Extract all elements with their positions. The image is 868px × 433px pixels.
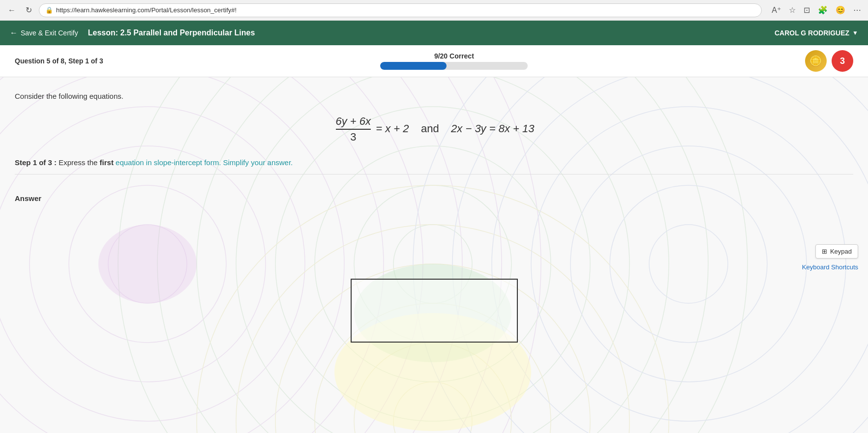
more-icon[interactable]: ⋯ <box>851 3 863 17</box>
consider-text: Consider the following equations. <box>15 92 853 100</box>
equation-display: 6y + 6x 3 = x + 2 and 2x − 3y = 8x + 13 <box>15 115 853 144</box>
fraction-denominator: 3 <box>350 130 356 144</box>
url-bar: 🔒 https://learn.hawkeslearning.com/Porta… <box>39 3 762 17</box>
question-info: Question 5 of 8, Step 1 of 3 <box>15 57 103 65</box>
keyboard-shortcuts-button[interactable]: Keyboard Shortcuts <box>802 261 858 273</box>
question-info-text: Question 5 of 8, Step 1 of 3 <box>15 57 103 65</box>
keypad-icon: ⊞ <box>822 248 827 255</box>
browser-bar: ← ↻ 🔒 https://learn.hawkeslearning.com/P… <box>0 0 868 21</box>
progress-area: Question 5 of 8, Step 1 of 3 9/20 Correc… <box>0 45 868 77</box>
progress-icons: 🪙 3 <box>805 50 853 72</box>
star-icon[interactable]: ☆ <box>787 3 798 17</box>
save-exit-button[interactable]: Save & Exit Certify <box>10 29 78 37</box>
answer-input-box[interactable] <box>351 279 518 343</box>
dropdown-arrow-icon[interactable]: ▼ <box>852 29 858 36</box>
content-overlay: Consider the following equations. 6y + 6… <box>0 77 868 227</box>
progress-bar-fill <box>380 62 447 70</box>
score-text: 9/20 Correct <box>434 52 474 60</box>
progress-bar-container <box>380 62 528 70</box>
step-instruction: Step 1 of 3 : Express the first equation… <box>15 158 853 174</box>
equation-right-side: = x + 2 <box>376 122 409 135</box>
svg-point-34 <box>98 225 197 303</box>
back-button[interactable]: ← <box>5 4 19 17</box>
keypad-label: Keypad <box>830 248 852 255</box>
user-name: CAROL G RODRIGUEZ <box>775 29 849 37</box>
font-size-icon[interactable]: A⁺ <box>770 3 783 17</box>
tab-icon[interactable]: ⊡ <box>802 3 812 17</box>
extensions-icon[interactable]: 🧩 <box>816 3 830 17</box>
heart-icon: 3 <box>832 50 853 72</box>
user-info: CAROL G RODRIGUEZ ▼ <box>775 29 858 37</box>
url-text: https://learn.hawkeslearning.com/Portal/… <box>56 6 237 14</box>
keypad-section: ⊞ Keypad Keyboard Shortcuts <box>802 244 858 273</box>
keypad-button[interactable]: ⊞ Keypad <box>815 244 858 259</box>
fraction: 6y + 6x 3 <box>336 115 371 144</box>
browser-icons: A⁺ ☆ ⊡ 🧩 😊 ⋯ <box>770 3 863 17</box>
equation-and-label: and <box>421 122 439 135</box>
main-content: Consider the following equations. 6y + 6… <box>0 77 868 433</box>
fraction-numerator: 6y + 6x <box>336 115 371 130</box>
progress-center: 9/20 Correct <box>380 52 528 70</box>
app-header: Save & Exit Certify Lesson: 2.5 Parallel… <box>0 21 868 45</box>
coin-icon: 🪙 <box>805 50 827 72</box>
header-left: Save & Exit Certify Lesson: 2.5 Parallel… <box>10 29 255 37</box>
profile-icon[interactable]: 😊 <box>834 3 847 17</box>
answer-input-area[interactable] <box>351 279 518 343</box>
equation-second: 2x − 3y = 8x + 13 <box>451 122 534 135</box>
answer-section: Answer <box>15 184 853 212</box>
answer-label: Answer <box>15 194 41 202</box>
lesson-title: Lesson: 2.5 Parallel and Perpendicular L… <box>88 29 255 37</box>
refresh-button[interactable]: ↻ <box>23 3 35 17</box>
